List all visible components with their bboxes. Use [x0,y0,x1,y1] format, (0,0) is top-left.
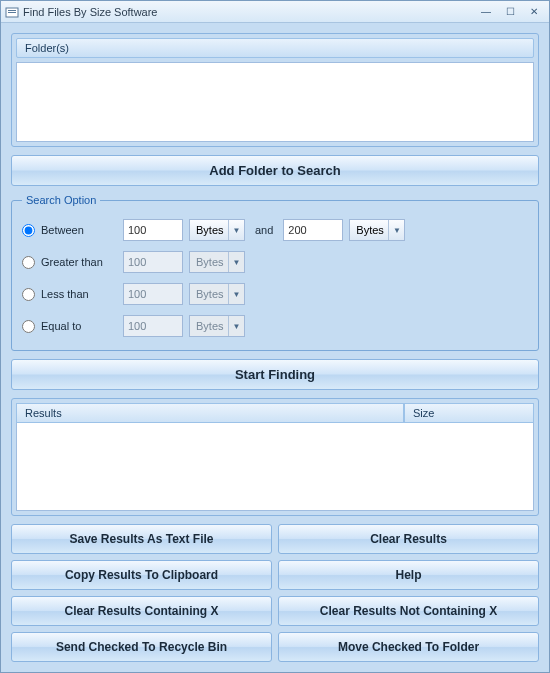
titlebar: Find Files By Size Software — ☐ ✕ [1,1,549,23]
add-folder-button[interactable]: Add Folder to Search [11,155,539,186]
results-group: Results Size [11,398,539,516]
option-less-row: Less than Bytes ▼ [22,280,528,308]
unit-text: Bytes [190,224,228,236]
search-option-legend: Search Option [22,194,100,206]
chevron-down-icon: ▼ [388,220,404,240]
start-finding-button[interactable]: Start Finding [11,359,539,390]
save-results-text-button[interactable]: Save Results As Text File [11,524,272,554]
chevron-down-icon: ▼ [228,284,244,304]
radio-between[interactable] [22,224,35,237]
unit-text: Bytes [190,288,228,300]
equal-val-input [123,315,183,337]
label-between: Between [41,224,123,236]
chevron-down-icon: ▼ [228,316,244,336]
option-greater-row: Greater than Bytes ▼ [22,248,528,276]
greater-unit-select: Bytes ▼ [189,251,245,273]
clear-not-containing-button[interactable]: Clear Results Not Containing X [278,596,539,626]
folders-group: Folder(s) [11,33,539,147]
option-between-row: Between Bytes ▼ and Bytes ▼ [22,216,528,244]
chevron-down-icon: ▼ [228,220,244,240]
folders-header: Folder(s) [16,38,534,58]
less-val-input [123,283,183,305]
search-option-group: Search Option Between Bytes ▼ and Bytes … [11,194,539,351]
between-unit2-select[interactable]: Bytes ▼ [349,219,405,241]
app-icon [5,5,19,19]
greater-val-input [123,251,183,273]
clear-results-button[interactable]: Clear Results [278,524,539,554]
maximize-button[interactable]: ☐ [499,4,521,20]
button-grid: Save Results As Text File Clear Results … [11,524,539,662]
label-greater: Greater than [41,256,123,268]
minimize-button[interactable]: — [475,4,497,20]
radio-equal[interactable] [22,320,35,333]
between-unit1-select[interactable]: Bytes ▼ [189,219,245,241]
unit-text: Bytes [190,320,228,332]
col-header-results[interactable]: Results [16,403,404,423]
label-equal: Equal to [41,320,123,332]
results-list[interactable] [16,423,534,511]
results-headers: Results Size [16,403,534,423]
clear-containing-button[interactable]: Clear Results Containing X [11,596,272,626]
equal-unit-select: Bytes ▼ [189,315,245,337]
client-area: Folder(s) Add Folder to Search Search Op… [1,23,549,672]
window-title: Find Files By Size Software [23,6,473,18]
send-recycle-button[interactable]: Send Checked To Recycle Bin [11,632,272,662]
radio-greater[interactable] [22,256,35,269]
option-equal-row: Equal to Bytes ▼ [22,312,528,340]
chevron-down-icon: ▼ [228,252,244,272]
folders-list[interactable] [16,62,534,142]
label-less: Less than [41,288,123,300]
less-unit-select: Bytes ▼ [189,283,245,305]
help-button[interactable]: Help [278,560,539,590]
svg-rect-2 [8,12,16,13]
copy-results-clipboard-button[interactable]: Copy Results To Clipboard [11,560,272,590]
between-val2-input[interactable] [283,219,343,241]
svg-rect-1 [8,10,16,11]
col-header-size[interactable]: Size [404,403,534,423]
and-label: and [255,224,273,236]
close-button[interactable]: ✕ [523,4,545,20]
unit-text: Bytes [190,256,228,268]
between-val1-input[interactable] [123,219,183,241]
unit-text: Bytes [350,224,388,236]
radio-less[interactable] [22,288,35,301]
move-folder-button[interactable]: Move Checked To Folder [278,632,539,662]
